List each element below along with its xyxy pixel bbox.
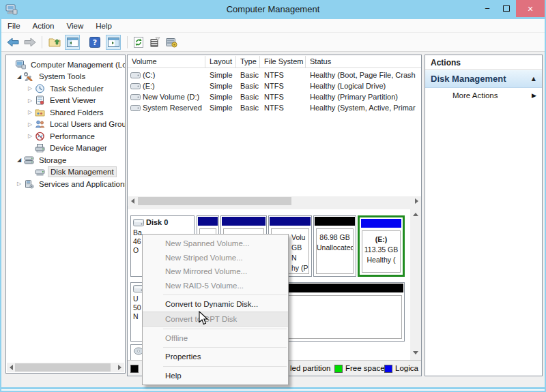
close-button[interactable]: × xyxy=(516,0,545,17)
tree-item-task-scheduler[interactable]: ▷ Task Scheduler xyxy=(6,82,125,95)
system-tools-icon xyxy=(24,72,34,81)
scroll-down-arrow-icon[interactable] xyxy=(413,351,418,355)
help-button[interactable]: ? xyxy=(87,35,102,50)
volume-table-header: Volume Layout Type File System Status xyxy=(128,56,421,68)
menu-separator xyxy=(163,295,287,295)
tree-item-services-and-applications[interactable]: ▷ Services and Applications xyxy=(6,178,125,190)
tree-item-storage[interactable]: ◢ Storage xyxy=(6,154,125,166)
more-actions-item[interactable]: More Actions ▶ xyxy=(425,88,542,103)
expanded-icon[interactable]: ◢ xyxy=(14,74,24,80)
manage-button[interactable] xyxy=(164,35,179,50)
title-bar[interactable]: Computer Management − × xyxy=(0,0,546,19)
menu-item-new-mirrored-volume[interactable]: New Mirrored Volume... xyxy=(143,265,288,279)
forward-button[interactable] xyxy=(23,35,38,50)
menu-item-convert-to-gpt-disk[interactable]: Convert to GPT Disk xyxy=(143,312,288,327)
minimize-button[interactable]: − xyxy=(479,0,495,17)
disk0-unallocated-space[interactable]: 86.98 GB Unallocated xyxy=(313,215,356,277)
logical-drive-color-bar xyxy=(361,219,401,228)
tree-item-event-viewer[interactable]: ▷ Event Viewer xyxy=(6,95,125,107)
partition-color-bar xyxy=(198,217,218,226)
menu-help[interactable]: Help xyxy=(89,22,118,30)
scroll-up-arrow-icon[interactable] xyxy=(413,213,418,216)
scroll-left-arrow-icon[interactable] xyxy=(10,365,13,370)
services-and-applications-icon xyxy=(24,179,34,189)
refresh-button[interactable] xyxy=(131,35,146,50)
volume-row-c[interactable]: (C:) Simple Basic NTFS Healthy (Boot, Pa… xyxy=(128,70,421,80)
mouse-cursor xyxy=(199,311,209,326)
menu-item-new-raid5-volume[interactable]: New RAID-5 Volume... xyxy=(143,279,288,293)
partition-text-fragment: GB N xyxy=(291,243,308,263)
scroll-right-arrow-icon[interactable] xyxy=(415,198,418,204)
menu-separator xyxy=(163,347,287,348)
disk0-partition-e-selected[interactable]: (E:) 113.35 GB Healthy ( xyxy=(358,215,405,277)
partition-color-bar xyxy=(222,217,265,226)
menu-file[interactable]: File xyxy=(1,22,27,30)
volume-row-system-reserved[interactable]: System Reserved Simple Basic NTFS Health… xyxy=(128,102,421,113)
refresh-icon xyxy=(133,37,144,48)
column-header-volume[interactable]: Volume xyxy=(128,56,205,67)
submenu-arrow-icon: ▶ xyxy=(532,92,536,99)
show-console-tree-toggle[interactable] xyxy=(65,35,80,50)
toolbar: ? xyxy=(1,33,545,52)
menu-bar: File Action View Help xyxy=(1,19,545,33)
window-bottom-edge xyxy=(1,389,545,391)
export-list-icon xyxy=(149,37,160,48)
scrollbar-thumb[interactable] xyxy=(15,363,111,372)
partition-e-size: 113.35 GB xyxy=(362,245,400,255)
actions-section-disk-management[interactable]: Disk Management ▲ xyxy=(425,70,542,88)
maximize-button[interactable] xyxy=(498,0,515,17)
collapsed-icon[interactable]: ▷ xyxy=(25,85,35,91)
tree-item-performance[interactable]: ▷ Performance xyxy=(6,130,125,142)
tree-item-device-manager[interactable]: Device Manager xyxy=(6,142,125,155)
volume-icon xyxy=(130,72,141,78)
partition-color-bar xyxy=(270,217,311,226)
column-header-status[interactable]: Status xyxy=(306,56,421,67)
storage-icon xyxy=(24,155,34,165)
column-header-type[interactable]: Type xyxy=(236,56,260,67)
shared-folders-icon xyxy=(35,108,45,117)
legend-free-space-label: Free space xyxy=(345,364,385,372)
volume-row-e[interactable]: (E:) Simple Basic NTFS Healthy (Logical … xyxy=(128,80,421,91)
menu-item-new-striped-volume[interactable]: New Striped Volume... xyxy=(143,251,288,265)
tree-item-shared-folders[interactable]: ▷ Shared Folders xyxy=(6,106,125,119)
task-scheduler-icon xyxy=(35,84,45,93)
volume-icon xyxy=(130,105,141,111)
legend-logical-drive-label-fragment: Logica xyxy=(395,364,418,372)
menu-item-new-spanned-volume[interactable]: New Spanned Volume... xyxy=(143,237,288,251)
volume-icon xyxy=(130,94,141,100)
column-header-layout[interactable]: Layout xyxy=(205,56,236,67)
tree-item-disk-management[interactable]: Disk Management xyxy=(6,166,125,179)
collapse-arrow-icon[interactable]: ▲ xyxy=(532,76,536,82)
partition-e-name: (E:) xyxy=(362,235,400,245)
scroll-left-arrow-icon[interactable] xyxy=(131,198,134,204)
tree-horizontal-scrollbar[interactable] xyxy=(7,363,124,372)
tree-item-local-users-and-groups[interactable]: ▷ Local Users and Groups xyxy=(6,119,125,131)
column-header-file-system[interactable]: File System xyxy=(260,56,306,67)
tree-item-computer-management[interactable]: Computer Management (Local xyxy=(6,59,125,71)
menu-item-convert-to-dynamic-disk[interactable]: Convert to Dynamic Disk... xyxy=(143,297,288,312)
menu-item-help[interactable]: Help xyxy=(143,369,288,383)
menu-view[interactable]: View xyxy=(61,22,90,30)
help-icon: ? xyxy=(89,37,100,48)
up-level-button[interactable] xyxy=(47,35,62,50)
show-action-pane-toggle[interactable] xyxy=(106,35,121,50)
unallocated-label: Unallocated xyxy=(317,243,353,253)
back-button[interactable] xyxy=(5,35,20,50)
legend-free-space-swatch xyxy=(334,365,343,373)
export-list-button[interactable] xyxy=(147,35,162,50)
device-manager-icon xyxy=(35,143,45,153)
console-tree-panel: Computer Management (Local ◢ System Tool… xyxy=(5,55,126,374)
menu-action[interactable]: Action xyxy=(27,22,61,30)
scrollbar-thumb[interactable] xyxy=(138,197,291,205)
volume-row-new-volume-d[interactable]: New Volume (D:) Simple Basic NTFS Health… xyxy=(128,91,421,102)
menu-item-properties[interactable]: Properties xyxy=(143,350,288,364)
volume-list-horizontal-scrollbar[interactable] xyxy=(128,196,421,206)
computer-management-window: Computer Management − × File Action View… xyxy=(0,0,546,392)
menu-item-offline[interactable]: Offline xyxy=(143,331,288,346)
legend-logical-drive-swatch xyxy=(384,365,392,373)
forward-icon xyxy=(24,37,36,47)
unallocated-color-bar xyxy=(315,217,355,226)
disk-view-vertical-scrollbar[interactable] xyxy=(410,209,421,360)
scroll-right-arrow-icon[interactable] xyxy=(118,365,121,370)
tree-item-system-tools[interactable]: ◢ System Tools xyxy=(6,71,125,83)
